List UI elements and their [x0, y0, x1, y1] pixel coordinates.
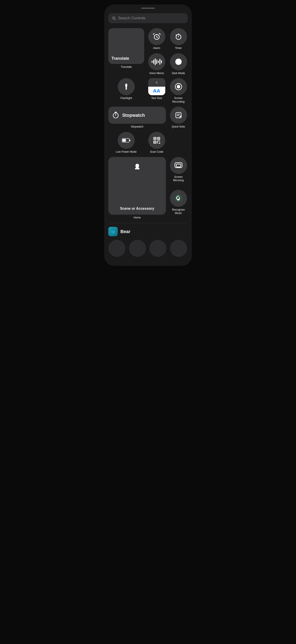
svg-line-1 — [115, 19, 116, 20]
quick-note-label: Quick Note — [172, 125, 185, 129]
drag-handle[interactable] — [141, 8, 155, 9]
search-bar[interactable]: Search Controls — [108, 13, 188, 23]
svg-rect-16 — [176, 112, 181, 118]
screen-recording-control[interactable]: Screen Recording — [169, 78, 188, 104]
voice-memo-icon — [148, 53, 165, 70]
dark-mode-label: Dark Mode — [172, 72, 185, 75]
svg-rect-27 — [154, 142, 155, 143]
voice-memo-control[interactable]: Voice Memo — [147, 53, 166, 75]
stopwatch-tile-label: Stopwatch — [122, 113, 145, 118]
quick-note-control[interactable]: Quick Note — [169, 107, 188, 129]
translate-control[interactable]: Translate Translate — [108, 28, 144, 75]
scan-code-icon — [148, 132, 165, 149]
alarm-label: Alarm — [153, 46, 160, 50]
svg-point-36 — [177, 199, 179, 200]
low-power-icon — [118, 132, 135, 149]
scan-code-control[interactable]: Scan Code — [147, 132, 166, 154]
svg-point-11 — [177, 85, 180, 88]
quick-note-icon — [170, 107, 187, 124]
svg-line-3 — [153, 34, 154, 34]
svg-rect-25 — [154, 138, 155, 139]
bear-control-2[interactable] — [129, 240, 146, 257]
svg-line-4 — [159, 34, 160, 34]
translate-cell-label: Translate — [121, 65, 132, 69]
bear-control-1[interactable] — [108, 240, 125, 257]
bear-title: Bear — [120, 229, 130, 234]
low-power-label: Low Power Mode — [116, 150, 137, 154]
search-icon — [112, 16, 116, 20]
text-size-icon: A AA — [148, 78, 165, 95]
translate-icon: Translate — [108, 28, 144, 64]
flashlight-control[interactable]: Flashlight — [108, 78, 144, 104]
alarm-icon — [148, 28, 165, 45]
home-label: Home — [134, 216, 141, 220]
dark-mode-control[interactable]: Dark Mode — [169, 53, 188, 75]
timer-label: Timer — [175, 46, 182, 50]
screen-mirroring-control[interactable]: Screen Mirroring — [169, 157, 188, 186]
section-divider — [108, 223, 188, 223]
svg-rect-20 — [129, 140, 130, 141]
alarm-control[interactable]: Alarm — [147, 28, 166, 50]
svg-rect-26 — [158, 138, 159, 139]
bear-control-3[interactable] — [149, 240, 166, 257]
dark-mode-icon — [170, 53, 187, 70]
screen-mirroring-label: Screen Mirroring — [169, 175, 188, 182]
flashlight-icon — [118, 78, 135, 95]
recognize-music-label: Recognize Music — [169, 208, 188, 215]
bear-app-icon — [108, 227, 118, 236]
timer-control[interactable]: Timer — [169, 28, 188, 50]
svg-point-35 — [175, 194, 182, 202]
low-power-control[interactable]: Low Power Mode — [108, 132, 144, 154]
timer-icon — [170, 28, 187, 45]
text-size-label: Text Size — [151, 96, 162, 100]
text-size-control[interactable]: A AA Text Size — [147, 78, 166, 104]
svg-rect-34 — [176, 164, 180, 167]
screen-mirroring-icon — [170, 157, 187, 174]
svg-point-39 — [112, 230, 114, 231]
svg-line-7 — [176, 34, 176, 35]
screen-recording-icon — [170, 78, 187, 95]
controls-grid: Translate Translate Alarm — [104, 28, 192, 220]
stopwatch-label: Stopwatch — [131, 125, 143, 129]
home-scene-label: Scene or Accessory — [120, 206, 154, 210]
voice-memo-label: Voice Memo — [149, 72, 164, 75]
stopwatch-icon: Stopwatch — [108, 107, 166, 124]
translate-label-in-tile: Translate — [112, 56, 129, 61]
bear-controls-grid — [108, 240, 188, 257]
scan-code-label: Scan Code — [150, 150, 163, 154]
home-control[interactable]: Scene or Accessory Home — [108, 157, 166, 220]
bear-header: Bear — [108, 227, 188, 236]
svg-rect-21 — [123, 139, 126, 142]
phone-container: Search Controls Translate Translate Alar… — [104, 4, 192, 266]
svg-rect-9 — [125, 84, 127, 85]
flashlight-label: Flashlight — [120, 96, 132, 100]
recognize-music-control[interactable]: Recognize Music — [169, 190, 188, 220]
screen-recording-label: Screen Recording — [169, 96, 188, 104]
bear-control-4[interactable] — [170, 240, 187, 257]
bear-section: Bear — [104, 227, 192, 257]
svg-point-32 — [135, 164, 139, 168]
recognize-music-icon — [170, 190, 187, 207]
stopwatch-control[interactable]: Stopwatch Stopwatch — [108, 107, 166, 129]
home-icon: Scene or Accessory — [108, 157, 166, 215]
search-placeholder: Search Controls — [118, 16, 146, 20]
